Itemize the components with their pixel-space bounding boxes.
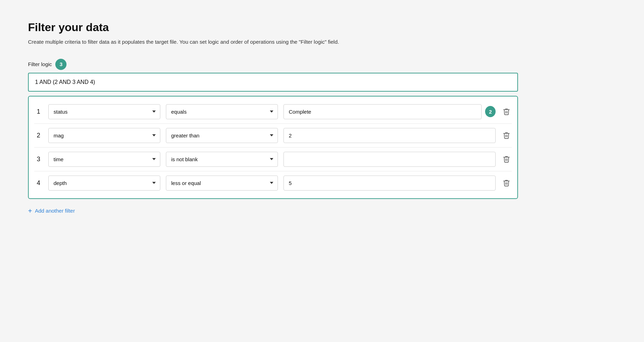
filter-operator-select-3[interactable]: is not blank equals greater than less or… (166, 152, 278, 167)
filter-logic-badge: 3 (55, 59, 66, 70)
filter-value-input-2[interactable] (284, 128, 496, 143)
table-row: 4 depth status mag time less or equal eq… (34, 171, 512, 195)
filter-value-wrapper-1: 2 (284, 104, 496, 119)
filter-operator-select-2[interactable]: greater than equals less or equal is not… (166, 128, 278, 143)
filter-row-badge-1: 2 (485, 106, 496, 117)
delete-filter-button-1[interactable] (501, 106, 512, 117)
trash-icon (503, 108, 510, 115)
filter-number-3: 3 (34, 156, 43, 163)
plus-icon: + (28, 207, 32, 214)
filter-field-select-2[interactable]: mag status time depth (48, 128, 160, 143)
filter-field-select-3[interactable]: time status mag depth (48, 152, 160, 167)
add-filter-label: Add another filter (35, 208, 75, 214)
filter-value-input-1[interactable] (284, 104, 482, 119)
delete-filter-button-2[interactable] (501, 130, 512, 141)
filter-logic-label-row: Filter logic 3 (28, 59, 518, 70)
trash-icon (503, 155, 510, 163)
filter-value-input-4[interactable] (284, 176, 496, 191)
trash-icon (503, 179, 510, 187)
filter-number-4: 4 (34, 179, 43, 187)
table-row: 2 mag status time depth greater than equ… (34, 124, 512, 148)
table-row: 3 time status mag depth is not blank equ… (34, 148, 512, 171)
page-container: Filter your data Create multiple criteri… (28, 21, 518, 216)
delete-filter-button-3[interactable] (501, 154, 512, 164)
filter-field-select-4[interactable]: depth status mag time (48, 176, 160, 191)
filter-operator-select-1[interactable]: equals greater than less or equal is not… (166, 104, 278, 119)
filter-value-wrapper-3 (284, 152, 496, 167)
filter-operator-select-4[interactable]: less or equal equals greater than is not… (166, 176, 278, 191)
filter-number-2: 2 (34, 132, 43, 139)
filters-container: 1 status mag time depth equals greater t… (28, 96, 518, 199)
delete-filter-button-4[interactable] (501, 178, 512, 188)
filter-value-wrapper-4 (284, 176, 496, 191)
add-filter-button[interactable]: + Add another filter (28, 206, 75, 216)
filter-logic-input[interactable] (28, 73, 518, 92)
filter-value-input-3[interactable] (284, 152, 496, 167)
table-row: 1 status mag time depth equals greater t… (34, 100, 512, 124)
trash-icon (503, 131, 510, 139)
filter-number-1: 1 (34, 108, 43, 115)
page-description: Create multiple criteria to filter data … (28, 38, 343, 46)
filter-logic-label: Filter logic (28, 61, 52, 67)
page-title: Filter your data (28, 21, 518, 34)
filter-field-select-1[interactable]: status mag time depth (48, 104, 160, 119)
filter-value-wrapper-2 (284, 128, 496, 143)
